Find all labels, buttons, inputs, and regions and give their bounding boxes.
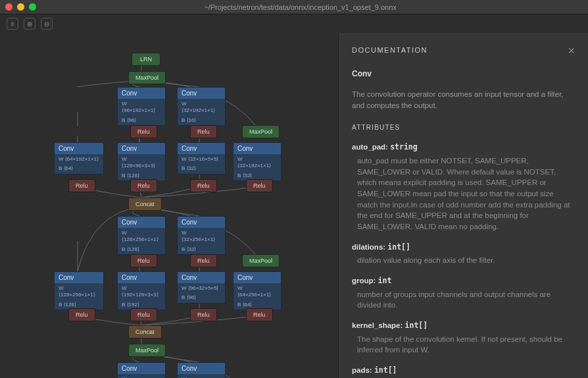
node-conv[interactable]: Conv W ⟨128×256×1×1⟩ B ⟨128⟩ xyxy=(117,216,166,255)
node-maxpool[interactable]: MaxPool xyxy=(128,71,166,84)
node-maxpool[interactable]: MaxPool xyxy=(128,344,166,357)
attr-name: group: xyxy=(352,277,376,284)
graph-canvas[interactable]: LRN MaxPool Conv W ⟨96×192×1×1⟩ B ⟨96⟩ C… xyxy=(0,33,338,378)
attr-description: dilation value along each axis of the fi… xyxy=(352,255,575,266)
node-conv[interactable]: Conv W ⟨32×192×1×1⟩ B ⟨32⟩ xyxy=(233,142,282,181)
doc-operator-name: Conv xyxy=(352,68,575,80)
close-icon[interactable]: × xyxy=(568,45,575,57)
node-conv[interactable]: Conv W ⟨128×96×3×3⟩ B ⟨128⟩ xyxy=(117,142,166,181)
documentation-panel: DOCUMENTATION × Conv The convolution ope… xyxy=(338,33,588,378)
node-conv[interactable]: Conv W ⟨96×192×1×1⟩ B ⟨96⟩ xyxy=(117,87,166,126)
attr-name: kernel_shape: xyxy=(352,321,403,329)
node-relu[interactable]: Relu xyxy=(68,308,95,321)
menu-icon[interactable]: ≡ xyxy=(7,18,18,30)
attr-description: number of groups input channels and outp… xyxy=(352,289,575,311)
doc-attribute: auto_pad: stringauto_pad must be either … xyxy=(352,142,575,232)
attr-type: int[] xyxy=(387,242,410,252)
node-lrn[interactable]: LRN xyxy=(132,53,160,66)
node-relu[interactable]: Relu xyxy=(246,308,273,321)
doc-description: The convolution operator consumes an inp… xyxy=(352,89,575,111)
node-relu[interactable]: Relu xyxy=(130,308,157,321)
node-conv[interactable]: Conv W ⟨64×256×1×1⟩ B ⟨64⟩ xyxy=(233,271,282,310)
attr-type: string xyxy=(390,142,418,151)
node-maxpool[interactable]: MaxPool xyxy=(242,125,280,138)
node-relu[interactable]: Relu xyxy=(190,179,217,192)
doc-attribute: pads: int[]Padding for the beginning and… xyxy=(352,365,575,378)
doc-title: DOCUMENTATION xyxy=(352,45,428,56)
attr-name: pads: xyxy=(352,366,372,374)
node-conv[interactable]: Conv W ⟨32×256×1×1⟩ B ⟨32⟩ xyxy=(177,216,226,255)
zoom-in-icon[interactable]: ⊕ xyxy=(24,18,36,30)
doc-attributes-heading: ATTRIBUTES xyxy=(352,123,575,133)
attr-name: dilations: xyxy=(352,243,385,251)
node-conv[interactable]: Conv W ⟨192×128×3×3⟩ B ⟨192⟩ xyxy=(117,271,166,310)
graph-edges xyxy=(0,33,338,378)
attr-type: int[] xyxy=(374,365,397,375)
node-conv[interactable]: Conv W ⟨32×192×1×1⟩ B ⟨16⟩ xyxy=(177,87,226,126)
node-relu[interactable]: Relu xyxy=(130,179,157,192)
node-conv[interactable]: Conv W ⟨16×480×1×1⟩ B ⟨16⟩ xyxy=(177,362,226,378)
node-relu[interactable]: Relu xyxy=(190,254,217,267)
node-conv[interactable]: Conv W ⟨32×16×5×5⟩ B ⟨32⟩ xyxy=(177,142,226,175)
node-relu[interactable]: Relu xyxy=(130,254,157,267)
node-conv[interactable]: Conv W ⟨64×192×1×1⟩ B ⟨64⟩ xyxy=(54,142,104,175)
node-relu[interactable]: Relu xyxy=(190,308,217,321)
node-relu[interactable]: Relu xyxy=(246,179,273,192)
node-relu[interactable]: Relu xyxy=(190,125,217,138)
node-concat[interactable]: Concat xyxy=(128,325,162,338)
node-relu[interactable]: Relu xyxy=(130,125,157,138)
attr-type: int[] xyxy=(405,321,428,330)
node-relu[interactable]: Relu xyxy=(68,179,95,192)
node-conv[interactable]: Conv W ⟨128×256×1×1⟩ B ⟨128⟩ xyxy=(54,271,104,310)
zoom-out-icon[interactable]: ⊖ xyxy=(41,18,53,30)
toolbar: ≡ ⊕ ⊖ xyxy=(0,14,588,33)
maximize-window-button[interactable] xyxy=(29,3,36,11)
node-conv[interactable]: Conv W ⟨96×32×5×5⟩ B ⟨96⟩ xyxy=(177,271,226,304)
node-maxpool[interactable]: MaxPool xyxy=(242,254,280,267)
window-title: ~/Projects/netron/test/data/onnx/incepti… xyxy=(44,3,556,11)
attr-description: auto_pad must be either NOTSET, SAME_UPP… xyxy=(352,155,575,232)
close-window-button[interactable] xyxy=(5,3,12,11)
attr-description: The shape of the convolution kernel. If … xyxy=(352,334,575,356)
node-conv[interactable]: Conv W ⟨96×480×1×1⟩ B ⟨96⟩ xyxy=(117,362,166,378)
doc-attribute: kernel_shape: int[]The shape of the conv… xyxy=(352,320,575,356)
doc-attribute: group: intnumber of groups input channel… xyxy=(352,275,575,311)
doc-attribute: dilations: int[]dilation value along eac… xyxy=(352,242,575,266)
node-concat[interactable]: Concat xyxy=(128,198,162,211)
attr-name: auto_pad: xyxy=(352,143,388,151)
minimize-window-button[interactable] xyxy=(17,3,24,11)
traffic-lights xyxy=(5,3,36,11)
window-titlebar: ~/Projects/netron/test/data/onnx/incepti… xyxy=(0,0,588,14)
attr-type: int xyxy=(378,276,392,285)
